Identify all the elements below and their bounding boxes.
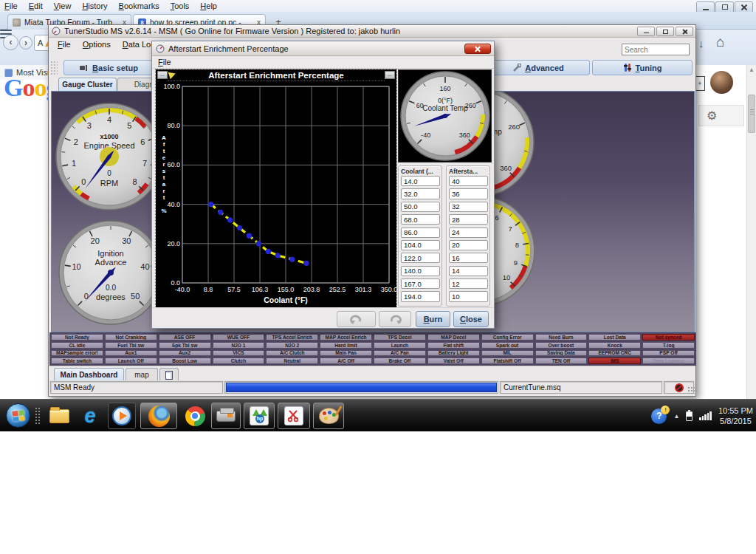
dialog-close-button[interactable] [464,44,491,54]
restore-button[interactable] [656,27,674,36]
afterstart-cell[interactable]: 32 [449,202,488,212]
browser-menu-edit[interactable]: Edit [29,1,43,10]
dialog-button-bar: Burn Close [152,307,494,329]
browser-menu-bookmarks[interactable]: Bookmarks [119,1,159,10]
taskbar-media-player[interactable] [108,403,136,429]
svg-text:80.0: 80.0 [167,122,180,129]
status-indicator-a-c-fan: A/C Fan [374,350,426,357]
dialog-menu-file[interactable]: File [158,58,171,66]
restore-button[interactable] [715,1,734,13]
minimize-button[interactable] [696,1,715,13]
browser-menu-view[interactable]: View [54,1,72,10]
browser-menu-file[interactable]: File [4,1,18,10]
tuning-button[interactable]: Tuning [592,60,693,75]
taskbar-paint[interactable] [313,403,344,429]
advanced-button[interactable]: Advanced [487,60,590,75]
close-button[interactable] [676,27,693,36]
internet-explorer-icon: e [84,406,95,426]
clock[interactable]: 10:55 PM 5/8/2015 [718,406,753,426]
downloads-icon[interactable]: ↓ [698,37,704,49]
coolant-cell[interactable]: 122.0 [401,253,440,263]
afterstart-cell[interactable]: 12 [449,278,488,289]
coolant-cell[interactable]: 32.0 [401,188,440,199]
avatar[interactable] [710,71,733,94]
scrollbar-thumb[interactable] [748,95,755,133]
svg-text:1: 1 [72,159,76,168]
minimize-button[interactable] [637,27,655,36]
coolant-cell[interactable]: 86.0 [401,228,440,238]
tab-map[interactable]: map [126,368,158,381]
afterstart-curve-chart[interactable]: -40.08.857.5106.3155.0203.8252.5301.3350… [156,82,396,307]
svg-text:-40: -40 [421,131,430,139]
taskbar-chrome[interactable] [182,403,208,429]
tunerstudio-titlebar[interactable]: TunerStudio MS v2.6.14 - MSM ( Go Online… [49,25,695,38]
tab-main-dashboard[interactable]: Main Dashboard [54,368,124,381]
start-button[interactable] [6,403,30,428]
coolant-cell[interactable]: 14.0 [401,176,440,186]
new-dashboard-tab[interactable] [159,368,179,381]
chrome-icon [185,406,205,426]
svg-text:252.5: 252.5 [329,286,346,293]
browser-menu-tools[interactable]: Tools [171,1,190,10]
resize-grip[interactable] [687,386,695,394]
battery-icon[interactable] [686,411,693,421]
afterstart-cell[interactable]: 40 [449,176,488,186]
afterstart-cell[interactable]: 36 [449,188,488,199]
afterstart-cell[interactable]: 16 [449,253,488,263]
undo-button[interactable] [337,311,376,327]
taskbar-internet-explorer[interactable]: e [77,403,103,429]
coolant-cell[interactable]: 194.0 [401,291,440,301]
alert-badge: ! [661,406,670,414]
coolant-cell[interactable]: 50.0 [401,202,440,212]
coolant-cell[interactable]: 104.0 [401,240,440,250]
clock-time: 10:55 PM [718,406,753,416]
status-indicator-ten-off: TEN Off [535,358,588,364]
taskbar-hp-solution-center[interactable]: hp [244,403,275,429]
chart-options-right[interactable]: ... [385,71,395,79]
taskbar-explorer[interactable] [46,403,72,429]
network-signal-icon[interactable] [699,411,712,420]
back-button[interactable]: ‹ [3,35,18,50]
ts-menu-file[interactable]: File [58,40,71,49]
dialog-menubar: File [152,56,494,69]
taskbar-fax-scan[interactable] [211,403,241,429]
afterstart-cell[interactable]: 24 [449,228,488,238]
home-icon[interactable]: ⌂ [716,34,724,50]
close-icon [682,29,687,34]
coolant-cell[interactable]: 140.0 [401,266,440,276]
chart-options-left[interactable]: ... [157,71,168,79]
svg-text:degrees: degrees [96,293,126,301]
close-button[interactable]: Close [453,311,489,327]
page-scrollbar[interactable]: ▲ [746,65,756,399]
close-button[interactable] [735,1,753,13]
basic-setup-button[interactable]: Basic setup [63,60,154,75]
basic-setup-icon [79,64,89,72]
action-center-icon[interactable]: ?! [651,408,667,424]
settings-button[interactable]: ⚙ [698,105,744,126]
tab-gauge-cluster[interactable]: Gauge Cluster [58,78,117,91]
dialog-title: Afterstart Enrichment Percentage [168,44,289,53]
browser-menu-help[interactable]: Help [200,1,217,10]
dialog-titlebar[interactable]: Afterstart Enrichment Percentage [152,41,494,56]
ts-menu-options[interactable]: Options [83,40,111,49]
taskbar-snipping-tool[interactable] [278,403,310,429]
afterstart-cell[interactable]: 14 [449,266,488,276]
coolant-column-header: Coolant (... [401,168,440,176]
afterstart-cell[interactable]: 10 [449,291,488,301]
coolant-cell[interactable]: 167.0 [401,278,440,289]
afterstart-cell[interactable]: 20 [449,240,488,250]
afterstart-cell[interactable]: 28 [449,214,488,225]
scroll-up-icon[interactable]: ▲ [749,66,755,73]
browser-menu-history[interactable]: History [82,1,107,10]
redo-button[interactable] [379,311,411,327]
forward-button[interactable]: › [19,36,32,49]
gauge-coolant-temp-dialog: -40601602603600(°F)Coolant Temp [399,69,492,163]
status-indicator-map-accel-enrich: MAP Accel Enrich [320,334,372,341]
share-box[interactable]: + [695,76,705,91]
taskbar-firefox-active[interactable] [140,403,177,429]
coolant-cell[interactable]: 68.0 [401,214,440,225]
search-input[interactable] [622,44,690,55]
svg-text:10: 10 [503,273,511,281]
burn-button[interactable]: Burn [416,311,450,327]
hidden-icons-button[interactable]: ▲ [673,413,679,420]
